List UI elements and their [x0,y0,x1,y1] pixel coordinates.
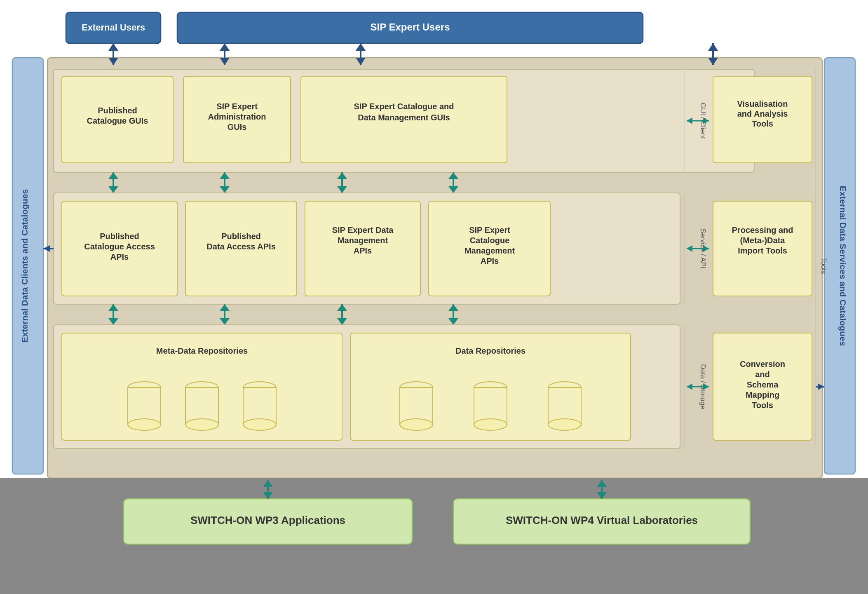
external-users-label: External Users [82,22,145,33]
sip-expert-users-label: SIP Expert Users [371,21,450,33]
svg-text:SIP Expert Catalogue and: SIP Expert Catalogue and [354,102,454,111]
svg-text:Conversion: Conversion [740,359,785,369]
published-catalogue-guis-label: Published [98,106,137,115]
svg-point-120 [548,419,581,430]
left-sidebar-label: External Data Clients and Catalogues [20,189,29,343]
svg-text:Management: Management [338,236,388,245]
svg-point-98 [185,419,218,430]
svg-text:Visualisation: Visualisation [737,99,788,108]
svg-text:Import Tools: Import Tools [738,246,787,255]
svg-text:Schema: Schema [747,380,779,389]
svg-text:Processing and: Processing and [732,225,793,235]
svg-text:Tools: Tools [752,119,773,128]
svg-text:Management: Management [464,246,515,255]
svg-text:APIs: APIs [110,252,129,261]
svg-text:Data Management GUIs: Data Management GUIs [358,113,450,122]
svg-point-103 [243,419,276,430]
svg-text:Data Repositories: Data Repositories [455,346,525,355]
svg-text:Catalogue GUIs: Catalogue GUIs [87,116,148,125]
right-sidebar-label: External Data Services and Catalogues [838,186,848,346]
svg-text:Tools: Tools [752,401,773,410]
svg-text:SIP Expert: SIP Expert [216,102,258,111]
svg-text:(Meta-)Data: (Meta-)Data [740,236,786,245]
svg-point-93 [128,419,161,430]
svg-text:SIP Expert: SIP Expert [469,225,510,235]
svg-text:Catalogue: Catalogue [470,236,510,245]
svg-text:GUIs: GUIs [228,122,247,131]
svg-text:APIs: APIs [354,246,372,255]
svg-point-115 [474,419,507,430]
tools-label: Tools [820,258,828,274]
svg-text:Published: Published [100,232,139,241]
svg-text:and: and [755,370,770,379]
svg-text:APIs: APIs [481,256,499,265]
svg-text:Published: Published [221,232,261,241]
wp4-label: SWITCH-ON WP4 Virtual Laboratories [506,514,698,526]
svg-text:Catalogue Access: Catalogue Access [84,242,155,251]
wp3-label: SWITCH-ON WP3 Applications [190,514,345,526]
svg-text:Administration: Administration [208,112,266,121]
svg-text:Meta-Data Repositories: Meta-Data Repositories [156,346,248,355]
svg-text:SIP Expert Data: SIP Expert Data [332,225,394,235]
diagram-container: External Data Clients and Catalogues Ext… [0,0,868,594]
svg-text:Mapping: Mapping [746,390,779,399]
svg-text:Data Access APIs: Data Access APIs [206,242,276,251]
svg-point-110 [400,419,433,430]
svg-text:and Analysis: and Analysis [737,109,788,118]
